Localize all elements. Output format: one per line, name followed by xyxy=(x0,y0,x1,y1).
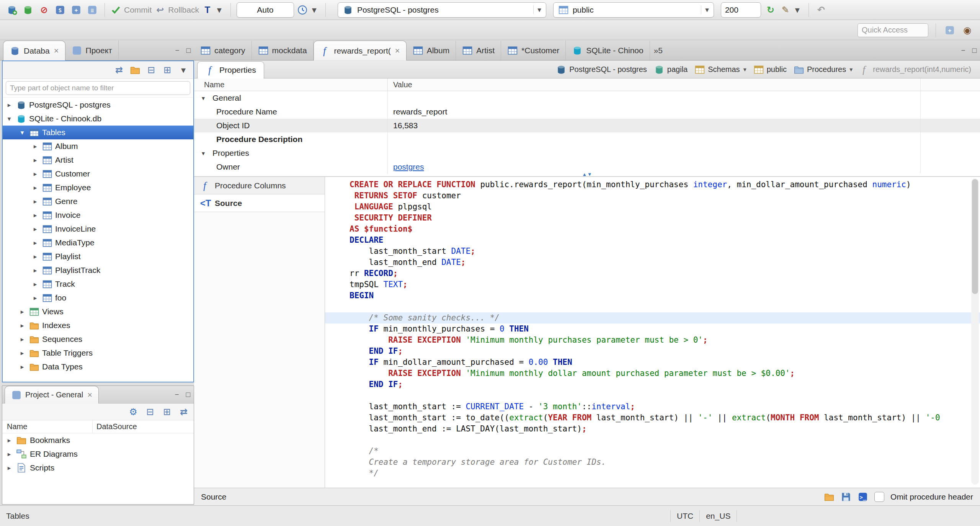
group-expander-icon[interactable]: ▾ xyxy=(202,150,210,157)
project-expand-all-button[interactable]: ⊞ xyxy=(162,407,172,417)
minimize-view-icon[interactable]: − xyxy=(171,386,182,403)
tree-expander-icon[interactable]: ▸ xyxy=(18,335,26,343)
tree-expander-icon[interactable]: ▸ xyxy=(31,280,39,288)
tree-expander-icon[interactable]: ▸ xyxy=(18,322,26,330)
project-settings-button[interactable]: ⚙ xyxy=(128,407,139,417)
tree-item-postgresql-postgres[interactable]: ▸PostgreSQL - postgres xyxy=(3,98,193,112)
transaction-mode-button[interactable]: T ▾ xyxy=(202,2,225,18)
editor-tab-album[interactable]: Album xyxy=(407,41,456,60)
breadcrumb-item-postgresql-postgres[interactable]: PostgreSQL - postgres xyxy=(552,61,650,78)
fetch-size-input[interactable] xyxy=(721,2,761,18)
tree-item-indexes[interactable]: ▸Indexes xyxy=(3,319,193,332)
quick-access-input[interactable] xyxy=(858,23,928,37)
status-locale[interactable]: en_US xyxy=(706,511,730,521)
transaction-log-button[interactable]: ▾ xyxy=(297,2,320,18)
breadcrumb-item-pagila[interactable]: pagila xyxy=(650,61,691,78)
sash-collapse-down-icon[interactable]: ▾ xyxy=(588,172,591,177)
property-value-text[interactable]: postgres xyxy=(393,162,424,172)
group-expander-icon[interactable]: ▾ xyxy=(202,95,210,102)
tree-expander-icon[interactable]: ▸ xyxy=(5,464,13,472)
tree-item-playlist[interactable]: ▸Playlist xyxy=(3,250,193,263)
recent-sql-editor-button[interactable]: ≡ xyxy=(86,2,99,18)
view-tab-project[interactable]: Проект xyxy=(65,41,119,60)
tree-expander-icon[interactable]: ▸ xyxy=(31,170,39,178)
save-to-file-button[interactable] xyxy=(841,492,851,502)
breadcrumb-item-schemas[interactable]: Schemas▾ xyxy=(691,61,750,78)
column-header-datasource[interactable]: DataSource xyxy=(92,420,194,433)
tree-expander-icon[interactable]: ▾ xyxy=(18,129,26,137)
tab-overflow-indicator[interactable]: »5 xyxy=(650,41,666,60)
sash-collapse-up-icon[interactable]: ▴ xyxy=(583,172,586,177)
source-scrollbar[interactable] xyxy=(971,178,979,485)
tree-item-views[interactable]: ▸Views xyxy=(3,305,193,319)
subtab-source[interactable]: <TSource xyxy=(194,194,325,212)
editor-tab-mockdata[interactable]: mockdata xyxy=(252,41,314,60)
minimize-view-icon[interactable]: − xyxy=(172,41,183,60)
close-view-icon[interactable]: × xyxy=(54,46,59,56)
minimize-editor-icon[interactable]: − xyxy=(957,41,969,60)
tree-expander-icon[interactable]: ▸ xyxy=(18,308,26,316)
tree-expander-icon[interactable]: ▸ xyxy=(31,253,39,261)
tree-item-album[interactable]: ▸Album xyxy=(3,139,193,153)
rollback-button[interactable]: ↩ Rollback xyxy=(155,2,199,18)
scrollbar-thumb[interactable] xyxy=(972,179,978,294)
active-connection-combo[interactable]: PostgreSQL - postgres ▾ xyxy=(338,2,546,18)
tab-properties[interactable]: f Properties xyxy=(197,61,264,78)
editor-tab-sqlite-chinoo[interactable]: SQLite - Chinoo xyxy=(566,41,650,60)
project-collapse-all-button[interactable]: ⊟ xyxy=(145,407,155,417)
tree-expander-icon[interactable]: ▾ xyxy=(5,115,13,123)
project-item-bookmarks[interactable]: ▸Bookmarks xyxy=(2,433,194,447)
tree-item-customer[interactable]: ▸Customer xyxy=(3,167,193,181)
project-item-er-diagrams[interactable]: ▸ER Diagrams xyxy=(2,447,194,461)
tree-item-mediatype[interactable]: ▸MediaType xyxy=(3,236,193,250)
maximize-editor-icon[interactable]: □ xyxy=(969,41,980,60)
breadcrumb-caret-icon[interactable]: ▾ xyxy=(849,66,853,73)
collapse-all-button[interactable]: ⊟ xyxy=(146,65,157,75)
connect-button[interactable] xyxy=(21,2,34,18)
breadcrumb-item-procedures[interactable]: Procedures▾ xyxy=(790,61,856,78)
view-tab-project-general[interactable]: Project - General × xyxy=(5,386,99,403)
connection-combo-caret-icon[interactable]: ▾ xyxy=(533,5,541,14)
grid-column-value[interactable]: Value xyxy=(387,78,980,91)
view-menu-button[interactable]: ▾ xyxy=(178,65,189,75)
source-code-panel[interactable]: CREATE OR REPLACE FUNCTION public.reward… xyxy=(325,176,980,488)
disconnect-button[interactable]: ⊘ xyxy=(38,2,51,18)
editor-tab-category[interactable]: category xyxy=(194,41,252,60)
tree-expander-icon[interactable]: ▸ xyxy=(5,101,13,109)
property-row-general[interactable]: ▾General xyxy=(194,91,980,105)
status-timezone[interactable]: UTC xyxy=(677,511,693,521)
active-schema-combo[interactable]: public ▾ xyxy=(553,2,714,18)
omit-procedure-header-checkbox[interactable] xyxy=(874,492,884,502)
tree-expander-icon[interactable]: ▸ xyxy=(31,156,39,164)
tree-expander-icon[interactable]: ▸ xyxy=(31,294,39,302)
tree-item-artist[interactable]: ▸Artist xyxy=(3,153,193,167)
property-row-procedure-name[interactable]: Procedure Namerewards_report xyxy=(194,105,980,119)
sql-source-code[interactable]: CREATE OR REPLACE FUNCTION public.reward… xyxy=(325,179,980,479)
close-tab-icon[interactable]: × xyxy=(395,46,400,56)
tree-item-employee[interactable]: ▸Employee xyxy=(3,181,193,194)
close-view-icon[interactable]: × xyxy=(87,390,92,400)
dbeaver-perspective-button[interactable]: ◉ xyxy=(961,23,974,38)
back-button[interactable]: ↶ xyxy=(815,2,828,18)
tree-item-invoiceline[interactable]: ▸InvoiceLine xyxy=(3,222,193,236)
new-sql-editor-button[interactable]: + xyxy=(70,2,83,18)
tree-item-sequences[interactable]: ▸Sequences xyxy=(3,332,193,346)
column-header-name[interactable]: Name xyxy=(2,422,92,431)
tree-item-invoice[interactable]: ▸Invoice xyxy=(3,208,193,222)
tree-item-tables[interactable]: ▾Tables xyxy=(3,126,193,139)
breadcrumb-item-public[interactable]: public xyxy=(750,61,790,78)
tree-item-track[interactable]: ▸Track xyxy=(3,277,193,291)
tree-expander-icon[interactable]: ▸ xyxy=(5,436,13,444)
tree-expander-icon[interactable]: ▸ xyxy=(31,266,39,274)
commit-mode-combo[interactable]: Auto xyxy=(237,2,294,18)
object-filter-input[interactable] xyxy=(6,81,190,95)
generate-sql-button[interactable]: ✎ ▾ xyxy=(780,2,803,18)
property-row-procedure-description[interactable]: Procedure Description xyxy=(194,132,980,146)
schema-combo-caret-icon[interactable]: ▾ xyxy=(701,5,709,14)
maximize-view-icon[interactable]: □ xyxy=(183,41,194,60)
splitter-sash[interactable]: ▴ ▾ xyxy=(194,172,980,177)
editor-tab-customer[interactable]: *Customer xyxy=(501,41,566,60)
breadcrumb-item-rewards-report-int4-numeric[interactable]: frewards_report(int4,numeric) xyxy=(856,61,975,78)
tree-expander-icon[interactable]: ▸ xyxy=(31,184,39,192)
subtab-procedure-columns[interactable]: fProcedure Columns xyxy=(194,177,325,194)
